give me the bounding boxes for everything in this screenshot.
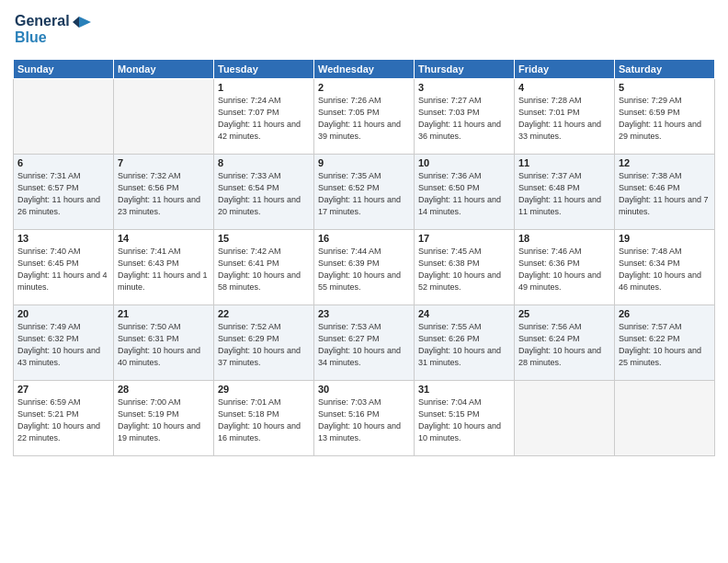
- day-number: 18: [518, 233, 610, 244]
- day-number: 28: [118, 384, 210, 395]
- day-info: Sunrise: 7:24 AMSunset: 7:07 PMDaylight:…: [218, 95, 310, 143]
- day-number: 15: [218, 233, 310, 244]
- day-number: 20: [17, 308, 109, 319]
- day-number: 17: [418, 233, 510, 244]
- day-info: Sunrise: 7:29 AMSunset: 6:59 PMDaylight:…: [619, 95, 711, 143]
- day-info: Sunrise: 7:32 AMSunset: 6:56 PMDaylight:…: [118, 170, 210, 218]
- day-number: 2: [318, 82, 410, 93]
- calendar-cell: 28Sunrise: 7:00 AMSunset: 5:19 PMDayligh…: [114, 381, 214, 456]
- day-info: Sunrise: 7:38 AMSunset: 6:46 PMDaylight:…: [619, 170, 711, 218]
- weekday-header-tuesday: Tuesday: [214, 60, 314, 79]
- calendar-cell: 1Sunrise: 7:24 AMSunset: 7:07 PMDaylight…: [214, 79, 314, 155]
- weekday-header-saturday: Saturday: [615, 60, 715, 79]
- day-number: 21: [118, 308, 210, 319]
- day-number: 12: [619, 157, 711, 168]
- calendar-cell: 23Sunrise: 7:53 AMSunset: 6:27 PMDayligh…: [314, 305, 415, 381]
- svg-text:General: General: [15, 13, 70, 29]
- day-number: 30: [318, 384, 410, 395]
- calendar-cell: 19Sunrise: 7:48 AMSunset: 6:34 PMDayligh…: [615, 230, 715, 305]
- day-info: Sunrise: 7:49 AMSunset: 6:32 PMDaylight:…: [17, 321, 109, 369]
- day-number: 23: [318, 308, 410, 319]
- day-info: Sunrise: 7:01 AMSunset: 5:18 PMDaylight:…: [218, 396, 310, 444]
- day-info: Sunrise: 7:40 AMSunset: 6:45 PMDaylight:…: [17, 246, 109, 293]
- calendar-week-row: 20Sunrise: 7:49 AMSunset: 6:32 PMDayligh…: [14, 305, 715, 381]
- day-info: Sunrise: 7:33 AMSunset: 6:54 PMDaylight:…: [218, 170, 310, 218]
- day-number: 16: [318, 233, 410, 244]
- calendar-cell: 20Sunrise: 7:49 AMSunset: 6:32 PMDayligh…: [14, 305, 114, 381]
- weekday-header-monday: Monday: [114, 60, 214, 79]
- day-number: 19: [619, 233, 711, 244]
- logo-svg: General Blue: [13, 9, 96, 50]
- calendar-cell: 26Sunrise: 7:57 AMSunset: 6:22 PMDayligh…: [615, 305, 715, 381]
- calendar-cell: [615, 381, 715, 456]
- calendar-week-row: 6Sunrise: 7:31 AMSunset: 6:57 PMDaylight…: [14, 155, 715, 230]
- day-number: 10: [418, 157, 510, 168]
- day-number: 1: [218, 82, 310, 93]
- calendar-cell: [114, 79, 214, 155]
- day-info: Sunrise: 7:00 AMSunset: 5:19 PMDaylight:…: [118, 396, 210, 444]
- day-number: 29: [218, 384, 310, 395]
- logo-text: General Blue: [13, 9, 96, 53]
- day-number: 8: [218, 157, 310, 168]
- day-number: 9: [318, 157, 410, 168]
- day-info: Sunrise: 7:27 AMSunset: 7:03 PMDaylight:…: [418, 95, 510, 143]
- calendar-cell: 25Sunrise: 7:56 AMSunset: 6:24 PMDayligh…: [515, 305, 615, 381]
- day-info: Sunrise: 7:35 AMSunset: 6:52 PMDaylight:…: [318, 170, 410, 218]
- calendar-cell: 5Sunrise: 7:29 AMSunset: 6:59 PMDaylight…: [615, 79, 715, 155]
- day-info: Sunrise: 7:26 AMSunset: 7:05 PMDaylight:…: [318, 95, 410, 143]
- day-number: 22: [218, 308, 310, 319]
- day-info: Sunrise: 7:50 AMSunset: 6:31 PMDaylight:…: [118, 321, 210, 369]
- calendar-cell: 4Sunrise: 7:28 AMSunset: 7:01 PMDaylight…: [515, 79, 615, 155]
- day-info: Sunrise: 7:04 AMSunset: 5:15 PMDaylight:…: [418, 396, 510, 444]
- svg-marker-2: [79, 17, 91, 28]
- calendar-week-row: 27Sunrise: 6:59 AMSunset: 5:21 PMDayligh…: [14, 381, 715, 456]
- calendar-cell: 12Sunrise: 7:38 AMSunset: 6:46 PMDayligh…: [615, 155, 715, 230]
- day-info: Sunrise: 7:37 AMSunset: 6:48 PMDaylight:…: [518, 170, 610, 218]
- day-info: Sunrise: 7:53 AMSunset: 6:27 PMDaylight:…: [318, 321, 410, 369]
- calendar-cell: 13Sunrise: 7:40 AMSunset: 6:45 PMDayligh…: [14, 230, 114, 305]
- day-info: Sunrise: 7:45 AMSunset: 6:38 PMDaylight:…: [418, 246, 510, 293]
- page-container: General Blue SundayMondayTuesdayWednesda…: [0, 0, 728, 563]
- calendar-cell: 3Sunrise: 7:27 AMSunset: 7:03 PMDaylight…: [415, 79, 515, 155]
- calendar-cell: 11Sunrise: 7:37 AMSunset: 6:48 PMDayligh…: [515, 155, 615, 230]
- day-info: Sunrise: 7:46 AMSunset: 6:36 PMDaylight:…: [518, 246, 610, 293]
- day-number: 24: [418, 308, 510, 319]
- logo: General Blue: [13, 9, 96, 53]
- calendar-cell: 18Sunrise: 7:46 AMSunset: 6:36 PMDayligh…: [515, 230, 615, 305]
- calendar-cell: 6Sunrise: 7:31 AMSunset: 6:57 PMDaylight…: [14, 155, 114, 230]
- day-number: 6: [17, 157, 109, 168]
- svg-text:Blue: Blue: [15, 29, 47, 45]
- calendar-cell: 21Sunrise: 7:50 AMSunset: 6:31 PMDayligh…: [114, 305, 214, 381]
- day-info: Sunrise: 7:42 AMSunset: 6:41 PMDaylight:…: [218, 246, 310, 293]
- day-number: 3: [418, 82, 510, 93]
- weekday-header-thursday: Thursday: [415, 60, 515, 79]
- day-info: Sunrise: 7:36 AMSunset: 6:50 PMDaylight:…: [418, 170, 510, 218]
- day-info: Sunrise: 7:52 AMSunset: 6:29 PMDaylight:…: [218, 321, 310, 369]
- day-info: Sunrise: 7:56 AMSunset: 6:24 PMDaylight:…: [518, 321, 610, 369]
- day-info: Sunrise: 7:31 AMSunset: 6:57 PMDaylight:…: [17, 170, 109, 218]
- header: General Blue: [13, 9, 715, 53]
- weekday-header-row: SundayMondayTuesdayWednesdayThursdayFrid…: [14, 60, 715, 79]
- calendar-cell: 10Sunrise: 7:36 AMSunset: 6:50 PMDayligh…: [415, 155, 515, 230]
- day-number: 27: [17, 384, 109, 395]
- calendar-cell: 15Sunrise: 7:42 AMSunset: 6:41 PMDayligh…: [214, 230, 314, 305]
- weekday-header-wednesday: Wednesday: [314, 60, 415, 79]
- calendar-cell: 30Sunrise: 7:03 AMSunset: 5:16 PMDayligh…: [314, 381, 415, 456]
- calendar-cell: [515, 381, 615, 456]
- day-number: 11: [518, 157, 610, 168]
- calendar-cell: 27Sunrise: 6:59 AMSunset: 5:21 PMDayligh…: [14, 381, 114, 456]
- calendar-week-row: 13Sunrise: 7:40 AMSunset: 6:45 PMDayligh…: [14, 230, 715, 305]
- day-info: Sunrise: 6:59 AMSunset: 5:21 PMDaylight:…: [17, 396, 109, 444]
- day-number: 7: [118, 157, 210, 168]
- day-info: Sunrise: 7:44 AMSunset: 6:39 PMDaylight:…: [318, 246, 410, 293]
- day-info: Sunrise: 7:41 AMSunset: 6:43 PMDaylight:…: [118, 246, 210, 293]
- day-number: 25: [518, 308, 610, 319]
- calendar-table: SundayMondayTuesdayWednesdayThursdayFrid…: [13, 59, 715, 456]
- calendar-cell: 9Sunrise: 7:35 AMSunset: 6:52 PMDaylight…: [314, 155, 415, 230]
- day-info: Sunrise: 7:57 AMSunset: 6:22 PMDaylight:…: [619, 321, 711, 369]
- calendar-week-row: 1Sunrise: 7:24 AMSunset: 7:07 PMDaylight…: [14, 79, 715, 155]
- calendar-cell: 8Sunrise: 7:33 AMSunset: 6:54 PMDaylight…: [214, 155, 314, 230]
- calendar-cell: [14, 79, 114, 155]
- calendar-cell: 31Sunrise: 7:04 AMSunset: 5:15 PMDayligh…: [415, 381, 515, 456]
- calendar-cell: 29Sunrise: 7:01 AMSunset: 5:18 PMDayligh…: [214, 381, 314, 456]
